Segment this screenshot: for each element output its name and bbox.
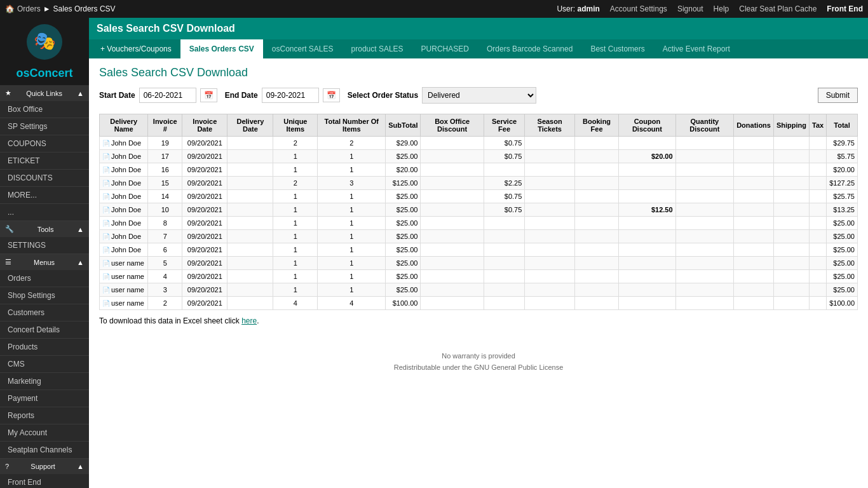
- start-date-input[interactable]: [139, 88, 196, 103]
- cell-invoice-date: 09/20/2021: [182, 203, 227, 217]
- cell-subtotal: $20.00: [386, 163, 421, 177]
- menus-label: Menus: [34, 259, 55, 266]
- start-date-calendar-button[interactable]: 📅: [200, 88, 217, 102]
- cell-total: $29.75: [827, 137, 858, 150]
- sales-table: Delivery Name Invoice # Invoice Date Del…: [99, 114, 858, 310]
- cell-tax: [810, 297, 827, 310]
- sidebar-item-cms[interactable]: CMS: [0, 356, 89, 373]
- cell-tax: [810, 163, 827, 177]
- sidebar-item-front-end[interactable]: Front End: [0, 474, 89, 488]
- cell-season: [525, 243, 575, 257]
- sidebar-item-discounts[interactable]: DISCOUNTS: [0, 170, 89, 187]
- cell-box-office: [421, 297, 484, 310]
- submit-button[interactable]: Submit: [818, 88, 858, 103]
- sidebar-item-marketing[interactable]: Marketing: [0, 373, 89, 390]
- tab-product-sales[interactable]: product SALES: [342, 39, 412, 58]
- signout-link[interactable]: Signout: [677, 4, 703, 13]
- clear-cache-link[interactable]: Clear Seat Plan Cache: [739, 4, 817, 13]
- tab-active-event[interactable]: Active Event Report: [654, 39, 739, 58]
- tab-purchased[interactable]: PURCHASED: [412, 39, 478, 58]
- cell-unique: 1: [273, 230, 318, 243]
- quick-links-header[interactable]: ★ Quick Links ▲: [0, 85, 89, 101]
- cell-service-fee: $0.75: [484, 150, 525, 163]
- start-date-label: Start Date: [99, 91, 135, 100]
- cell-coupon: [619, 230, 675, 243]
- sidebar-item-eticket[interactable]: ETICKET: [0, 152, 89, 170]
- sidebar-item-concert-details[interactable]: Concert Details: [0, 322, 89, 339]
- account-settings-link[interactable]: Account Settings: [610, 4, 667, 13]
- tab-best-customers[interactable]: Best Customers: [581, 39, 653, 58]
- tab-vouchers-coupons[interactable]: + Vouchers/Coupons: [92, 39, 180, 58]
- sidebar-item-payment[interactable]: Payment: [0, 390, 89, 407]
- support-header[interactable]: ? Support ▲: [0, 459, 89, 474]
- cell-booking: [574, 163, 618, 177]
- cell-subtotal: $100.00: [386, 297, 421, 310]
- sidebar-item-box-office[interactable]: Box Office: [0, 101, 89, 118]
- col-total: Total: [827, 114, 858, 137]
- col-box-office: Box Office Discount: [421, 114, 484, 137]
- cell-delivery-name: 📄John Doe: [100, 217, 148, 230]
- cell-service-fee: [484, 230, 525, 243]
- sidebar-item-more[interactable]: MORE...: [0, 187, 89, 204]
- cell-donations: [734, 270, 774, 283]
- sidebar-item-shop-settings[interactable]: Shop Settings: [0, 287, 89, 304]
- breadcrumb-orders[interactable]: Orders: [17, 4, 41, 13]
- sidebar-item-settings[interactable]: SETTINGS: [0, 237, 89, 254]
- status-label: Select Order Status: [348, 91, 418, 100]
- end-date-calendar-button[interactable]: 📅: [323, 88, 340, 102]
- tab-sales-orders-csv[interactable]: Sales Orders CSV: [180, 39, 263, 58]
- tab-orders-barcode[interactable]: Orders Barcode Scanned: [478, 39, 581, 58]
- cell-booking: [574, 257, 618, 270]
- cell-unique: 1: [273, 217, 318, 230]
- cell-booking: [574, 137, 618, 150]
- file-icon: 📄: [102, 300, 110, 307]
- cell-total-items: 1: [318, 163, 386, 177]
- menus-header[interactable]: ☰ Menus ▲: [0, 254, 89, 270]
- cell-booking: [574, 150, 618, 163]
- sidebar-item-reports[interactable]: Reports: [0, 407, 89, 424]
- sidebar-item-customers[interactable]: Customers: [0, 304, 89, 322]
- cell-delivery-date: [227, 270, 273, 283]
- tab-osconcert-sales[interactable]: osConcert SALES: [263, 39, 342, 58]
- cell-total: $127.25: [827, 177, 858, 190]
- sidebar-item-orders[interactable]: Orders: [0, 270, 89, 287]
- cell-total-items: 1: [318, 190, 386, 203]
- cell-delivery-name: 📄user name: [100, 297, 148, 310]
- cell-invoice-num: 15: [148, 177, 182, 190]
- cell-quantity: [675, 270, 734, 283]
- cell-subtotal: $25.00: [386, 243, 421, 257]
- cell-invoice-date: 09/20/2021: [182, 270, 227, 283]
- cell-subtotal: $25.00: [386, 257, 421, 270]
- cell-season: [525, 203, 575, 217]
- logo-text: osConcert: [5, 67, 84, 80]
- status-select[interactable]: Delivered Pending Processing Shipped Can…: [422, 87, 536, 104]
- sidebar-item-products[interactable]: Products: [0, 339, 89, 356]
- cell-total: $25.00: [827, 230, 858, 243]
- cell-shipping: [773, 177, 809, 190]
- file-icon: 📄: [102, 247, 110, 254]
- cell-donations: [734, 203, 774, 217]
- cell-quantity: [675, 177, 734, 190]
- cell-quantity: [675, 297, 734, 310]
- table-row: 📄John Doe 17 09/20/2021 1 1 $25.00 $0.75…: [100, 150, 858, 163]
- file-icon: 📄: [102, 260, 110, 267]
- sidebar-item-my-account[interactable]: My Account: [0, 424, 89, 442]
- sidebar-item-ellipsis[interactable]: ...: [0, 204, 89, 221]
- sidebar-item-sp-settings[interactable]: SP Settings: [0, 118, 89, 135]
- cell-unique: 1: [273, 257, 318, 270]
- cell-donations: [734, 297, 774, 310]
- tools-header[interactable]: 🔧 Tools ▲: [0, 221, 89, 237]
- download-link[interactable]: here: [241, 316, 257, 325]
- sidebar-item-coupons[interactable]: COUPONS: [0, 135, 89, 152]
- end-date-input[interactable]: [262, 88, 319, 103]
- sidebar-item-seatplan[interactable]: Seatplan Channels: [0, 442, 89, 459]
- col-booking: Booking Fee: [574, 114, 618, 137]
- collapse-icon: ▲: [77, 90, 84, 97]
- cell-delivery-date: [227, 203, 273, 217]
- top-navigation: 🏠 Orders ► Sales Orders CSV User: admin …: [0, 0, 868, 18]
- cell-season: [525, 190, 575, 203]
- help-link[interactable]: Help: [714, 4, 729, 13]
- cell-total: $13.25: [827, 203, 858, 217]
- col-invoice-num: Invoice #: [148, 114, 182, 137]
- cell-total-items: 1: [318, 203, 386, 217]
